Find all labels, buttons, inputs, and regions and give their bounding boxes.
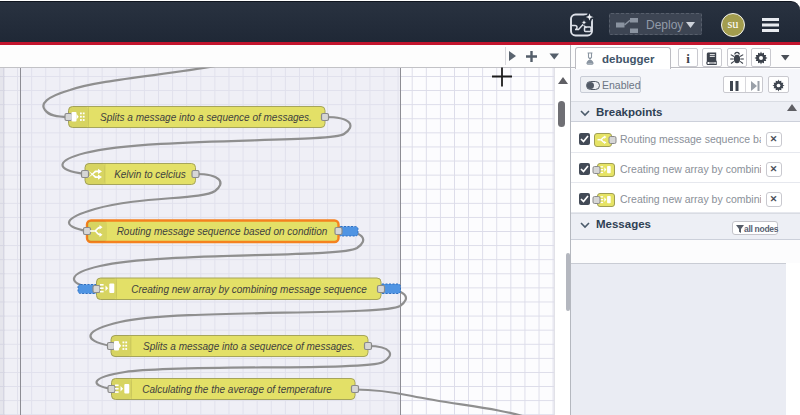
svg-text:Routing message sequence based: Routing message sequence based on condit… — [117, 226, 328, 237]
svg-text:Creating new array by combinin: Creating new array by combining message … — [131, 284, 367, 295]
svg-text:Calculating the the average of: Calculating the the average of temperatu… — [142, 384, 332, 395]
svg-text:Splits a message into a sequen: Splits a message into a sequence of mess… — [100, 112, 312, 123]
svg-text:Splits a message into a sequen: Splits a message into a sequence of mess… — [143, 341, 355, 352]
svg-text:Kelvin to celcius: Kelvin to celcius — [114, 169, 186, 180]
